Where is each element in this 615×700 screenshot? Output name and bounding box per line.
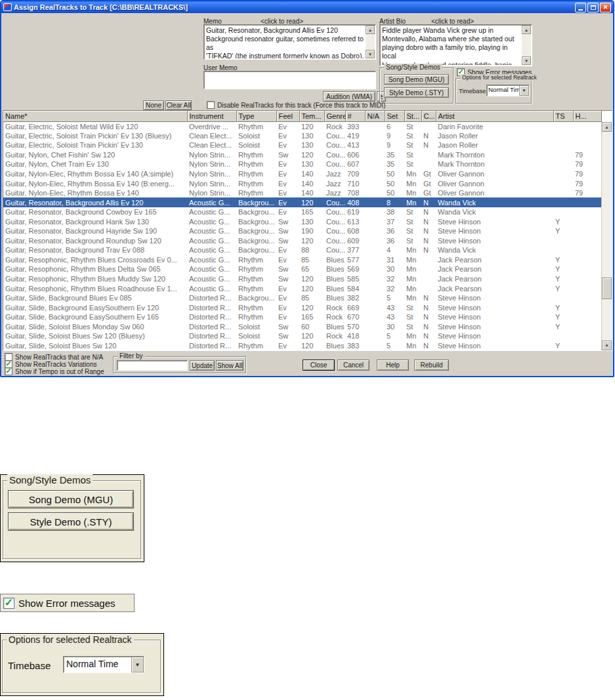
title-bar[interactable]: Assign RealTracks to Track [C:\BB\REALTR… bbox=[1, 1, 613, 13]
cell: 140 bbox=[299, 178, 324, 188]
scroll-down-icon[interactable]: ▼ bbox=[366, 50, 375, 58]
options-title: Options for selected Realtrack bbox=[460, 74, 539, 81]
disable-realtracks-checkbox[interactable]: Disable RealTracks for this track (Force… bbox=[207, 101, 385, 109]
none-button[interactable]: None bbox=[143, 100, 164, 110]
clear-all-button[interactable]: Clear All bbox=[165, 100, 192, 110]
show-all-button[interactable]: Show All bbox=[216, 360, 244, 371]
realtracks-row[interactable]: Guitar, Slide, Soloist Blues Sw 120 (Blu… bbox=[3, 331, 601, 341]
show-tempo-label: Show if Tempo is out of Range bbox=[15, 368, 104, 375]
realtracks-row[interactable]: Guitar, Resonator, Background Allis Ev 1… bbox=[3, 197, 601, 207]
style-demo-button[interactable]: Style Demo (.STY) bbox=[8, 512, 134, 531]
cancel-button[interactable]: Cancel bbox=[337, 360, 370, 371]
update-button[interactable]: Update bbox=[190, 360, 215, 371]
cell: 140 bbox=[299, 188, 324, 198]
cell: Rhythm bbox=[236, 302, 276, 312]
song-demo-button[interactable]: Song Demo (MGU) bbox=[384, 74, 449, 85]
cell: Mn bbox=[404, 264, 421, 274]
chevron-down-icon[interactable]: ▼ bbox=[131, 657, 144, 672]
window-title: Assign RealTracks to Track [C:\BB\REALTR… bbox=[14, 3, 573, 11]
audition-wma-button[interactable]: Audition (WMA) bbox=[323, 91, 375, 102]
realtracks-row[interactable]: Guitar, Resophonic, Rhythm Blues Crossro… bbox=[3, 255, 601, 265]
scroll-up-icon[interactable]: ▲ bbox=[366, 26, 375, 34]
timebase-dropdown[interactable]: Normal Time ▼ bbox=[63, 656, 144, 673]
close-window-button[interactable]: ✕ bbox=[600, 3, 611, 12]
cell: Distorted R... bbox=[187, 293, 236, 303]
cell bbox=[365, 245, 385, 255]
scrollbar-thumb[interactable] bbox=[602, 278, 612, 299]
realtracks-row[interactable]: Guitar, Slide, Background EasySouthern E… bbox=[3, 302, 601, 312]
cell: 570 bbox=[345, 321, 365, 331]
realtracks-row[interactable]: Guitar, Resophonic, Rhythm Blues Delta S… bbox=[3, 264, 601, 274]
cell bbox=[553, 293, 573, 303]
column-header-tem[interactable]: Tem... bbox=[299, 111, 324, 121]
column-header-set[interactable]: Set bbox=[385, 111, 404, 121]
realtracks-row[interactable]: Guitar, Resonator, Background Hank Sw 13… bbox=[3, 216, 601, 226]
cell: Guitar, Electric, Soloist Train Pickin' … bbox=[3, 131, 187, 141]
realtracks-row[interactable]: Guitar, Nylon-Elec, Rhythm Bossa Ev 140 … bbox=[3, 169, 601, 179]
column-header-st[interactable]: St... bbox=[404, 111, 421, 121]
realtracks-row[interactable]: Guitar, Resonator, Background Roundup Sw… bbox=[3, 236, 601, 246]
realtracks-row[interactable]: Guitar, Slide, Background Blues Ev 085Di… bbox=[3, 293, 601, 303]
realtracks-row[interactable]: Guitar, Slide, Background EasySouthern E… bbox=[3, 312, 601, 322]
timebase-dropdown[interactable]: Normal Time ▼ bbox=[486, 85, 530, 96]
help-button[interactable]: Help bbox=[377, 360, 409, 371]
column-header-c[interactable]: C... bbox=[421, 111, 436, 121]
realtracks-row[interactable]: Guitar, Nylon, Chet Fishin' Sw 120Nylon … bbox=[3, 150, 601, 160]
realtracks-row[interactable]: Guitar, Resonator, Background Cowboy Ev … bbox=[3, 207, 601, 217]
checkbox-icon[interactable] bbox=[3, 598, 14, 609]
memo-box[interactable]: Guitar, Resonator, Background Allis Ev 1… bbox=[203, 24, 376, 60]
realtracks-row[interactable]: Guitar, Nylon-Elec, Rhythm Bossa Ev 140N… bbox=[3, 188, 601, 198]
minimize-button[interactable] bbox=[575, 3, 586, 12]
column-header-name[interactable]: Name* bbox=[3, 111, 187, 121]
maximize-button[interactable] bbox=[587, 3, 599, 12]
realtracks-row[interactable]: Guitar, Resonator, Background Hayride Sw… bbox=[3, 226, 601, 236]
rebuild-button[interactable]: Rebuild bbox=[414, 360, 449, 371]
column-header-na[interactable]: N/A bbox=[365, 111, 385, 121]
realtracks-row[interactable]: Guitar, Nylon-Elec, Rhythm Bossa Ev 140 … bbox=[3, 178, 601, 188]
scroll-down-icon[interactable]: ▼ bbox=[522, 56, 531, 65]
realtracks-row[interactable]: Guitar, Electric, Soloist Metal Wild Ev … bbox=[3, 121, 601, 131]
realtracks-row[interactable]: Guitar, Slide, Soloist Blues Sw 120Disto… bbox=[3, 341, 601, 351]
cell bbox=[365, 236, 385, 246]
column-header-feel[interactable]: Feel bbox=[276, 111, 299, 121]
cell: 35 bbox=[385, 150, 404, 160]
cell bbox=[365, 207, 385, 217]
scroll-up-icon[interactable]: ▲ bbox=[522, 26, 531, 34]
realtracks-row[interactable]: Guitar, Electric, Soloist Train Pickin' … bbox=[3, 131, 601, 141]
chevron-down-icon[interactable]: ▼ bbox=[519, 85, 529, 96]
artist-bio-box[interactable]: Fiddle player Wanda Vick grew up in Mont… bbox=[379, 24, 532, 66]
column-header-h[interactable]: H... bbox=[573, 111, 601, 121]
checkbox-icon[interactable] bbox=[207, 101, 215, 109]
checkbox-icon[interactable] bbox=[5, 367, 12, 375]
scroll-up-icon[interactable]: ▲ bbox=[602, 122, 612, 132]
column-header-instrument[interactable]: Instrument bbox=[187, 111, 236, 121]
show-tempo-checkbox[interactable]: Show if Tempo is out of Range bbox=[5, 367, 104, 375]
scroll-down-icon[interactable]: ▼ bbox=[602, 340, 612, 350]
style-demo-button[interactable]: Style Demo (.STY) bbox=[384, 87, 449, 98]
table-scrollbar[interactable]: ▲ ▼ bbox=[601, 122, 612, 350]
cell bbox=[553, 121, 573, 131]
cell: Guitar, Nylon-Elec, Rhythm Bossa Ev 140 … bbox=[3, 178, 187, 188]
cell: Cou... bbox=[324, 216, 345, 226]
filter-by-label: Filter by bbox=[117, 352, 145, 360]
cell: Cou... bbox=[324, 207, 345, 217]
realtracks-row[interactable]: Guitar, Slide, Soloist Blues Monday Sw 0… bbox=[3, 321, 601, 331]
realtracks-row[interactable]: Guitar, Electric, Soloist Train Pickin' … bbox=[3, 140, 601, 150]
realtracks-row[interactable]: Guitar, Nylon, Chet Train Ev 130Nylon St… bbox=[3, 159, 601, 169]
realtracks-row[interactable]: Guitar, Resophonic, Rhythm Blues Roadhou… bbox=[3, 283, 601, 293]
filter-input[interactable] bbox=[117, 360, 188, 371]
song-demo-button[interactable]: Song Demo (MGU) bbox=[8, 490, 134, 508]
column-header-ts[interactable]: TS bbox=[553, 111, 573, 121]
column-header-artist[interactable]: Artist bbox=[436, 111, 553, 121]
column-header-[interactable]: # bbox=[345, 111, 365, 121]
cell bbox=[365, 255, 385, 265]
realtracks-row[interactable]: Guitar, Resophonic, Rhythm Blues Muddy S… bbox=[3, 274, 601, 284]
column-header-genre[interactable]: Genre bbox=[324, 111, 345, 121]
realtracks-row[interactable]: Guitar, Resonator, Background Trav Ev 08… bbox=[3, 245, 601, 255]
user-memo-box[interactable] bbox=[203, 71, 376, 89]
cell bbox=[365, 178, 385, 188]
column-header-type[interactable]: Type bbox=[236, 111, 276, 121]
close-button[interactable]: Close bbox=[303, 360, 335, 371]
cell: St bbox=[404, 140, 421, 150]
cell: Nylon Strin... bbox=[187, 150, 236, 160]
